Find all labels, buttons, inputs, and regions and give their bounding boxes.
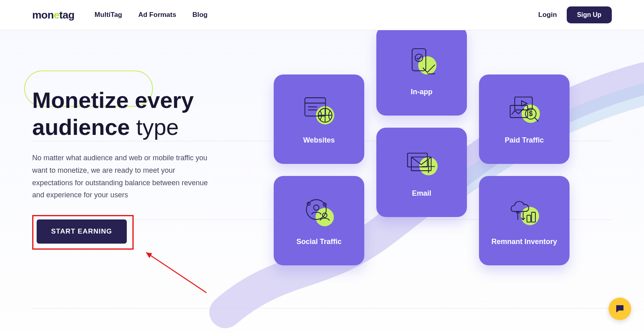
header-right: Login Sign Up [538, 6, 612, 23]
card-label: Websites [303, 136, 335, 145]
nav-ad-formats[interactable]: Ad Formats [138, 11, 176, 19]
card-label: Social Traffic [296, 238, 341, 246]
title-line-1: Monetize every [32, 87, 194, 113]
brand-logo[interactable]: monetag [32, 9, 74, 21]
card-label: Paid Traffic [505, 136, 544, 145]
svg-line-0 [146, 252, 206, 293]
hero-section: Monetize every audience type No matter w… [0, 30, 644, 333]
logo-prefix: mon [32, 9, 54, 21]
hero-description: No matter what audience and web or mobil… [32, 152, 213, 201]
card-email[interactable]: Email [376, 128, 467, 217]
hero-title: Monetize every audience type [32, 87, 242, 141]
svg-point-10 [314, 205, 319, 210]
email-icon [404, 147, 440, 180]
feature-cards: Websites [266, 74, 612, 265]
title-line-2-bold: audience [32, 114, 130, 140]
svg-text:$: $ [528, 110, 533, 118]
chat-icon [615, 304, 625, 314]
nav-multitag[interactable]: MultiTag [95, 11, 122, 19]
chat-fab[interactable] [609, 298, 631, 320]
paid-traffic-icon: $ [506, 94, 543, 126]
decorative-dashed-line [32, 308, 612, 308]
svg-marker-1 [146, 252, 152, 258]
header-left: monetag MultiTag Ad Formats Blog [32, 9, 208, 21]
card-label: Email [412, 189, 431, 198]
card-column-right: $ Paid Traffic [479, 74, 570, 265]
logo-accent-char: e [54, 9, 59, 21]
card-label: Remnant Inventory [491, 238, 557, 246]
nav-blog[interactable]: Blog [192, 11, 208, 19]
logo-suffix: tag [59, 9, 74, 21]
card-label: In-app [411, 88, 433, 96]
social-traffic-icon [301, 196, 337, 228]
in-app-icon [404, 46, 440, 78]
websites-icon [301, 94, 337, 126]
start-earning-button[interactable]: START EARNING [37, 219, 127, 244]
svg-point-16 [415, 54, 423, 62]
login-link[interactable]: Login [538, 11, 557, 19]
remnant-inventory-icon [506, 196, 543, 228]
cta-annotation-highlight: START EARNING [32, 215, 134, 250]
main-nav: MultiTag Ad Formats Blog [95, 11, 208, 19]
title-line-2-light: type [136, 114, 179, 140]
card-in-app[interactable]: In-app [376, 26, 467, 116]
card-websites[interactable]: Websites [274, 74, 364, 164]
card-social-traffic[interactable]: Social Traffic [274, 176, 364, 265]
card-paid-traffic[interactable]: $ Paid Traffic [479, 74, 570, 164]
signup-button[interactable]: Sign Up [567, 6, 612, 23]
site-header: monetag MultiTag Ad Formats Blog Login S… [0, 0, 644, 30]
card-column-mid: In-app Email [376, 26, 467, 265]
hero-content: Monetize every audience type No matter w… [32, 74, 612, 265]
annotation-arrow [138, 248, 219, 297]
card-remnant-inventory[interactable]: Remnant Inventory [479, 176, 570, 265]
hero-text-column: Monetize every audience type No matter w… [32, 74, 242, 265]
card-column-left: Websites [274, 74, 364, 265]
